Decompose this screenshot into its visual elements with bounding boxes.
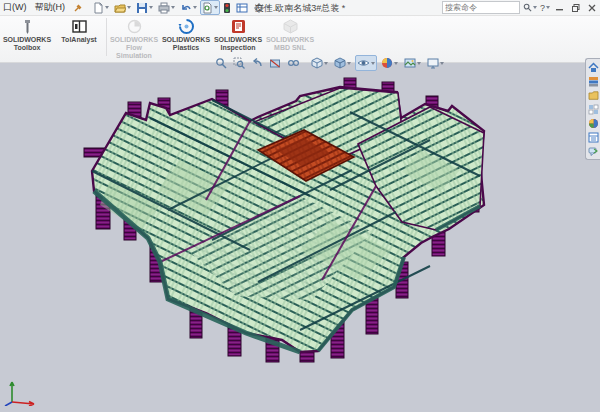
display-style-icon [334,57,346,69]
custom-properties-icon [588,132,599,143]
toolbar-item-label: SOLIDWORKS Toolbox [1,36,53,52]
flow-simulation-icon [126,18,143,35]
hide-show-items-button[interactable] [355,55,377,71]
forum-icon [588,146,599,157]
zoom-to-fit-icon [215,57,227,69]
command-search-box[interactable] [442,1,520,14]
close-button[interactable] [585,2,598,13]
toolbar-item-label: SOLIDWORKS Inspection [212,36,264,52]
toolbar-separator [106,18,107,56]
tab-forum[interactable] [587,145,599,157]
rebuild-button[interactable] [200,0,220,15]
dropdown-caret [105,6,109,9]
task-pane-tabs [585,58,600,160]
dynamic-annotation-icon [287,57,299,69]
view-settings-button[interactable] [425,55,446,71]
toolbar-item-label: SOLIDWORKS Plastics [160,36,212,52]
home-icon [588,62,599,73]
dropdown-caret [214,6,218,9]
dropdown-caret [440,62,444,65]
toolbar-item-flow-simulation[interactable]: SOLIDWORKS Flow Simulation [108,16,160,60]
minimize-button[interactable] [553,2,566,13]
print-icon [158,2,170,14]
open-button[interactable] [112,0,133,15]
tab-home[interactable] [587,61,599,73]
appearances-sphere-icon [588,118,599,129]
eye-icon [357,57,370,69]
folder-icon [588,90,599,101]
pushpin-icon[interactable] [73,3,83,13]
toolbar-item-tolanalyst[interactable]: TolAnalyst [53,16,105,44]
z-axis-blue [5,402,12,406]
title-bar: 口(W) 帮助(H) [0,0,600,16]
toolbox-icon [19,18,36,35]
traffic-light-button[interactable] [221,0,233,15]
document-title: 友佳.欧南名城3#总装 * [255,2,346,15]
section-view-button[interactable] [267,55,283,71]
dynamic-annotation-button[interactable] [285,55,301,71]
tab-view-palette[interactable] [587,103,599,115]
dropdown-caret [533,6,537,9]
apply-scene-button[interactable] [402,55,423,71]
toolbar-item-plastics[interactable]: SOLIDWORKS Plastics [160,16,212,52]
dropdown-caret [324,62,328,65]
new-document-button[interactable] [91,0,111,15]
scene-icon [404,57,416,69]
solidworks-window: 口(W) 帮助(H) [0,0,600,412]
dropdown-caret [417,62,421,65]
dropdown-caret [394,62,398,65]
menu-bar: 口(W) 帮助(H) [0,1,83,14]
tab-custom-properties[interactable] [587,131,599,143]
edit-appearance-button[interactable] [379,55,400,71]
section-view-icon [269,57,281,69]
file-properties-icon [236,2,248,14]
undo-button[interactable] [178,0,199,15]
toolbar-item-inspection[interactable]: SOLIDWORKS Inspection [212,16,264,52]
zoom-to-area-button[interactable] [231,55,247,71]
print-button[interactable] [156,0,177,15]
display-style-button[interactable] [332,55,353,71]
previous-view-icon [251,57,263,69]
menu-item-window[interactable]: 口(W) [3,1,27,14]
open-icon [114,2,126,14]
tolanalyst-icon [71,18,88,35]
previous-view-button[interactable] [249,55,265,71]
restore-button[interactable] [569,2,582,13]
appearance-sphere-icon [381,57,393,69]
menu-item-help[interactable]: 帮助(H) [35,1,66,14]
tab-design-library[interactable] [587,75,599,87]
tab-file-explorer[interactable] [587,89,599,101]
mbd-snl-icon [282,18,299,35]
save-icon [136,2,148,14]
quick-access-toolbar [91,0,272,15]
titlebar-right-controls: ? [442,1,600,14]
graphics-viewport[interactable] [0,63,600,412]
design-library-icon [588,76,599,87]
plastics-icon [178,18,195,35]
dropdown-caret [171,6,175,9]
inspection-icon [230,18,247,35]
view-orientation-button[interactable] [309,55,330,71]
toolbar-item-solidworks-toolbox[interactable]: SOLIDWORKS Toolbox [1,16,53,52]
toolbar-item-label: SOLIDWORKS MBD SNL [264,36,316,52]
x-axis-red [12,402,34,407]
search-scope-button[interactable] [523,3,537,12]
file-properties-button[interactable] [234,0,250,15]
toolbar-item-label: TolAnalyst [61,36,96,44]
zoom-to-fit-button[interactable] [213,55,229,71]
save-button[interactable] [134,0,155,15]
y-axis-green [10,382,14,402]
tab-appearances-scenes[interactable] [587,117,599,129]
dropdown-caret [347,62,351,65]
view-orientation-cube-icon [311,57,323,69]
help-button[interactable]: ? [540,3,550,13]
dropdown-caret [149,6,153,9]
dropdown-caret [193,6,197,9]
dropdown-caret [546,6,550,9]
search-input[interactable] [445,3,497,12]
origin-triad [2,376,38,406]
new-document-icon [93,2,104,14]
help-label: ? [540,3,545,13]
toolbar-item-mbd-snl[interactable]: SOLIDWORKS MBD SNL [264,16,316,52]
3d-model-assembly[interactable] [0,63,600,412]
